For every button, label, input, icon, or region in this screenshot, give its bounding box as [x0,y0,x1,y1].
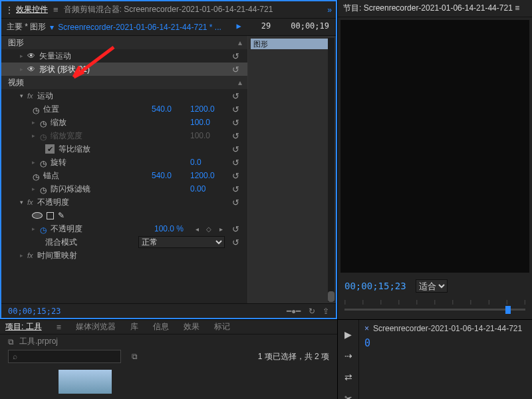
tab-library[interactable]: 库 [130,321,138,332]
clip-thumbnail[interactable] [59,370,112,394]
tab-audio-clip-mixer[interactable]: 音频剪辑混合器: Screenrecorder-2021-01-06-14-21… [64,4,273,15]
position-x-value[interactable]: 540.0 [152,104,186,114]
tab-info[interactable]: 信息 [153,321,169,332]
add-keyframe-icon[interactable]: ◇ [205,225,213,233]
uniform-scale-checkbox[interactable]: ✔ [45,144,55,154]
reset-icon[interactable]: ↺ [229,198,242,207]
row-antiflicker[interactable]: ▸◷ 防闪烁滤镜 0.00 ↺ [1,182,247,196]
row-opacity-section[interactable]: ▾fx 不透明度 ↺ [1,196,247,209]
eye-icon[interactable]: 👁 [27,51,35,61]
row-uniform-scale[interactable]: ✔ 等比缩放 ↺ [1,142,247,156]
row-shape[interactable]: ▸👁 形状 (形状 01) ↺ [1,63,247,76]
anchor-x-value[interactable]: 540.0 [152,171,186,180]
stopwatch-icon[interactable]: ◷ [39,119,47,126]
panel-menu[interactable]: ≡ [515,3,519,13]
tab-markers[interactable]: 标记 [214,321,230,332]
pen-mask-icon[interactable]: ✎ [58,211,65,220]
section-collapse-icon[interactable]: ▴ [238,78,242,87]
antiflicker-value[interactable]: 0.00 [190,184,225,194]
program-tab[interactable]: 节目: Screenrecorder-2021-01-06-14-21-44-7… [338,0,532,17]
section-collapse-icon[interactable]: ▴ [238,38,242,47]
scale-value[interactable]: 100.0 [190,118,225,127]
clip-bar-graphic[interactable]: 图形 [251,39,333,49]
rotation-value[interactable]: 0.0 [190,158,225,167]
stopwatch-icon[interactable]: ◷ [39,159,47,166]
timeline-end-tc: 00;00;19 [291,21,329,31]
row-time-remap[interactable]: ▸fx 时间重映射 [1,249,247,262]
reset-icon[interactable]: ↺ [229,237,242,247]
blend-mode-select[interactable]: 正常 [138,236,225,248]
row-position[interactable]: ◷ 位置 540.0 1200.0 ↺ [1,102,247,116]
scrubber-playhead[interactable] [505,306,511,314]
ripple-edit-tool-icon[interactable]: ⇄ [344,372,352,382]
eye-icon[interactable]: 👁 [27,65,35,74]
row-scale[interactable]: ▸◷ 缩放 100.0 ↺ [1,116,247,129]
zoom-slider-icon[interactable]: ━●━ [287,307,301,316]
playhead-icon[interactable]: ▶ [237,21,241,31]
sequence-timecode[interactable]: 0 [364,337,527,349]
razor-tool-icon[interactable]: ✂ [344,393,352,399]
program-timecode[interactable]: 00;00;15;23 [344,281,406,291]
stopwatch-icon[interactable]: ◷ [32,172,39,180]
sequence-tab[interactable]: × Screenrecorder-2021-01-06-14-21-44-721 [364,324,527,333]
panel-menu[interactable]: ≡ [57,323,61,332]
reset-icon[interactable]: ↺ [229,51,242,61]
opacity-value[interactable]: 100.0 % [154,224,189,233]
row-rotation[interactable]: ▸◷ 旋转 0.0 ↺ [1,156,247,169]
section-graphic[interactable]: 图形 ▴ [1,36,247,49]
row-blend-mode[interactable]: 混合模式 正常 ↺ [1,235,247,249]
reset-icon[interactable]: ↺ [229,171,242,181]
panel-grip[interactable]: ⋮ [5,5,13,15]
selection-tool-icon[interactable]: ▶ [344,329,352,340]
next-keyframe-icon[interactable]: ▸ [217,225,225,233]
ellipse-mask-icon[interactable] [32,212,43,219]
project-search-input[interactable]: ⌕ [8,350,121,363]
section-video[interactable]: 视频 ▴ [1,76,247,89]
reset-icon[interactable]: ↺ [229,158,242,168]
reset-icon[interactable]: ↺ [229,91,242,101]
tabs-overflow[interactable]: » [327,5,332,15]
tab-effect-controls[interactable]: 效果控件 [16,4,48,15]
scale-width-value: 100.0 [190,131,225,140]
program-monitor-panel: 节目: Screenrecorder-2021-01-06-14-21-44-7… [337,0,532,319]
close-tab-icon[interactable]: × [364,324,369,333]
stopwatch-icon[interactable]: ◷ [32,106,39,113]
row-opacity[interactable]: ▸◷ 不透明度 100.0 % ◂ ◇ ▸ ↺ [1,222,247,235]
rect-mask-icon[interactable] [47,212,54,219]
row-opacity-masks: ✎ [1,209,247,222]
horizontal-zoom-scrollbar[interactable] [328,38,334,302]
keyframe-timeline-column[interactable]: 图形 [247,36,336,303]
tab-media-browser[interactable]: 媒体浏览器 [76,321,116,332]
scrollbar-thumb[interactable] [328,291,334,302]
tab-effects[interactable]: 效果 [184,321,200,332]
reset-icon[interactable]: ↺ [229,104,242,114]
anchor-y-value[interactable]: 1200.0 [190,171,225,180]
export-icon[interactable]: ⇪ [323,307,329,316]
row-vector-motion[interactable]: ▸👁 矢量运动 ↺ [1,49,247,63]
panel-menu[interactable]: ≡ [53,5,59,15]
reset-icon[interactable]: ↺ [229,65,242,74]
loop-icon[interactable]: ↻ [309,307,315,316]
prev-keyframe-icon[interactable]: ◂ [193,225,201,233]
position-y-value[interactable]: 1200.0 [190,104,225,114]
stopwatch-active-icon[interactable]: ◷ [39,225,47,233]
program-viewport[interactable] [340,20,529,273]
reset-icon[interactable]: ↺ [229,131,242,141]
source-clip-link[interactable]: Screenrecorder-2021-01-06-14-21-44-721 *… [58,23,221,32]
program-scrubber[interactable]: ||||||||||| [344,299,525,319]
source-master-label: 主要 * 图形 [7,21,46,33]
tab-project[interactable]: 项目: 工具 [5,321,42,332]
zoom-fit-select[interactable]: 适合 [416,279,448,293]
track-select-tool-icon[interactable]: ⇢ [344,350,352,361]
reset-icon[interactable]: ↺ [229,144,242,154]
filter-bin-icon[interactable]: ⧉ [132,352,138,361]
source-dropdown-chevron[interactable]: ▾ [50,23,54,32]
reset-icon[interactable]: ↺ [229,184,242,194]
bin-icon[interactable]: ⧉ [8,337,14,346]
current-timecode[interactable]: 00;00;15;23 [8,307,61,316]
stopwatch-icon[interactable]: ◷ [39,186,47,193]
reset-icon[interactable]: ↺ [229,118,242,128]
row-motion[interactable]: ▾fx 运动 ↺ [1,89,247,102]
row-anchor[interactable]: ◷ 锚点 540.0 1200.0 ↺ [1,169,247,182]
reset-icon[interactable]: ↺ [229,224,242,234]
